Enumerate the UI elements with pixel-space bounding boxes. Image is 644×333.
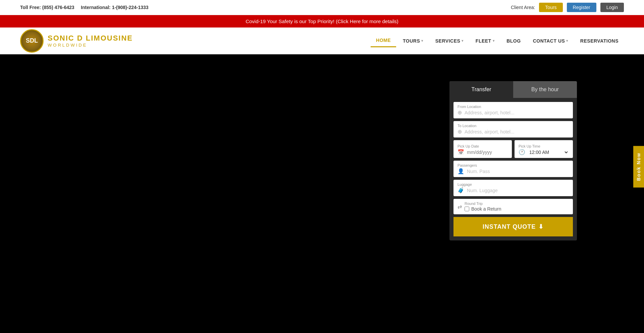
to-location-input[interactable]	[465, 129, 569, 134]
form-body: From Location ⊕ To Location ⊕ Pick Up Da…	[449, 98, 577, 240]
logo-emblem: SDL	[20, 29, 44, 53]
chevron-down-icon: ▾	[493, 39, 495, 43]
person-icon: 👤	[458, 168, 464, 174]
nav-tours[interactable]: TOURS ▾	[397, 35, 429, 47]
tours-button[interactable]: Tours	[539, 3, 562, 12]
round-trip-field: ⇄ Round Trip Book a Return	[453, 199, 573, 214]
calendar-icon: 📅	[458, 149, 464, 155]
login-button[interactable]: Login	[600, 3, 624, 12]
to-location-label: To Location	[458, 124, 569, 128]
covid-banner[interactable]: Covid-19 Your Safety is our Top Priority…	[0, 15, 644, 27]
luggage-field: Luggage 🧳	[453, 180, 573, 196]
tab-by-hour[interactable]: By the hour	[513, 81, 577, 98]
book-return-label: Book a Return	[471, 206, 501, 212]
logo: SDL SONIC D LIMOUSINE WORLDWIDE	[20, 29, 133, 53]
pickup-date-field: Pick Up Date 📅	[453, 140, 512, 158]
round-trip-checkbox[interactable]	[465, 207, 469, 211]
international-label: International:	[81, 5, 111, 10]
client-area-label: Client Area:	[511, 5, 535, 10]
toll-free-number: (855) 476-6423	[42, 5, 74, 10]
nav-home[interactable]: HOME	[371, 34, 396, 47]
chevron-down-icon: ▾	[566, 39, 568, 43]
location-icon: ⊕	[458, 128, 462, 135]
register-button[interactable]: Register	[567, 3, 596, 12]
nav-fleet[interactable]: FLEET ▾	[470, 35, 500, 47]
logo-text: SONIC D LIMOUSINE WORLDWIDE	[48, 34, 133, 48]
logo-initials: SDL	[26, 37, 38, 44]
pickup-date-input[interactable]	[467, 150, 508, 155]
passengers-input[interactable]	[467, 169, 569, 174]
instant-quote-button[interactable]: INSTANT QUOTE ⬇	[453, 217, 573, 236]
booking-form: Transfer By the hour From Location ⊕ To …	[449, 81, 577, 240]
time-input-row: 🕐 12:00 AM 12:30 AM 1:00 AM 1:30 AM 2:00…	[519, 149, 569, 155]
date-time-row: Pick Up Date 📅 Pick Up Time 🕐 12:00 AM 1…	[453, 140, 573, 158]
book-now-sidebar[interactable]: Book Now	[633, 146, 644, 187]
to-location-row: ⊕	[458, 128, 569, 135]
location-icon: ⊕	[458, 109, 462, 116]
client-area: Client Area: Tours Register Login	[511, 3, 624, 12]
nav-contact[interactable]: CONTACT US ▾	[528, 35, 574, 47]
from-location-label: From Location	[458, 105, 569, 109]
logo-sub: WORLDWIDE	[48, 43, 133, 48]
pickup-time-label: Pick Up Time	[519, 144, 540, 148]
logo-name: SONIC D LIMOUSINE	[48, 34, 133, 43]
round-trip-icon: ⇄	[458, 204, 462, 210]
toll-free-label: Toll Free:	[20, 5, 41, 10]
round-trip-checkbox-row: Book a Return	[465, 206, 569, 212]
contact-info: Toll Free: (855) 476-6423 International:…	[20, 5, 149, 10]
passengers-field: Passengers 👤	[453, 161, 573, 177]
passengers-row: 👤	[458, 168, 569, 174]
luggage-input[interactable]	[467, 188, 569, 193]
luggage-label: Luggage	[458, 182, 569, 186]
pickup-time-select[interactable]: 12:00 AM 12:30 AM 1:00 AM 1:30 AM 2:00 A…	[528, 149, 569, 155]
pickup-time-field: Pick Up Time 🕐 12:00 AM 12:30 AM 1:00 AM…	[515, 140, 573, 158]
nav-services[interactable]: SERVICES ▾	[430, 35, 469, 47]
international-number: 1-(908)-224-1333	[112, 5, 149, 10]
round-trip-label: Round Trip	[465, 202, 569, 206]
from-location-field: From Location ⊕	[453, 102, 573, 118]
chevron-down-icon: ▾	[421, 39, 423, 43]
instant-quote-label: INSTANT QUOTE	[483, 223, 536, 230]
to-location-field: To Location ⊕	[453, 121, 573, 137]
date-input-row: 📅	[458, 149, 508, 155]
arrow-icon: ⬇	[538, 223, 544, 230]
tab-transfer[interactable]: Transfer	[449, 81, 513, 98]
hero-section: Transfer By the hour From Location ⊕ To …	[0, 54, 644, 309]
nav-reservations[interactable]: RESERVATIONS	[575, 35, 624, 47]
luggage-row: 🧳	[458, 187, 569, 193]
from-location-input[interactable]	[465, 110, 569, 115]
clock-icon: 🕐	[519, 149, 525, 155]
passengers-label: Passengers	[458, 163, 569, 167]
chevron-down-icon: ▾	[462, 39, 464, 43]
top-bar: Toll Free: (855) 476-6423 International:…	[0, 0, 644, 15]
pickup-date-label: Pick Up Date	[458, 144, 479, 148]
luggage-icon: 🧳	[458, 187, 464, 193]
from-location-row: ⊕	[458, 109, 569, 116]
round-trip-col: Round Trip Book a Return	[465, 202, 569, 212]
main-nav: HOME TOURS ▾ SERVICES ▾ FLEET ▾ BLOG CON…	[371, 34, 624, 47]
booking-tabs: Transfer By the hour	[449, 81, 577, 98]
nav-bar: SDL SONIC D LIMOUSINE WORLDWIDE HOME TOU…	[0, 27, 644, 54]
nav-blog[interactable]: BLOG	[501, 35, 526, 47]
